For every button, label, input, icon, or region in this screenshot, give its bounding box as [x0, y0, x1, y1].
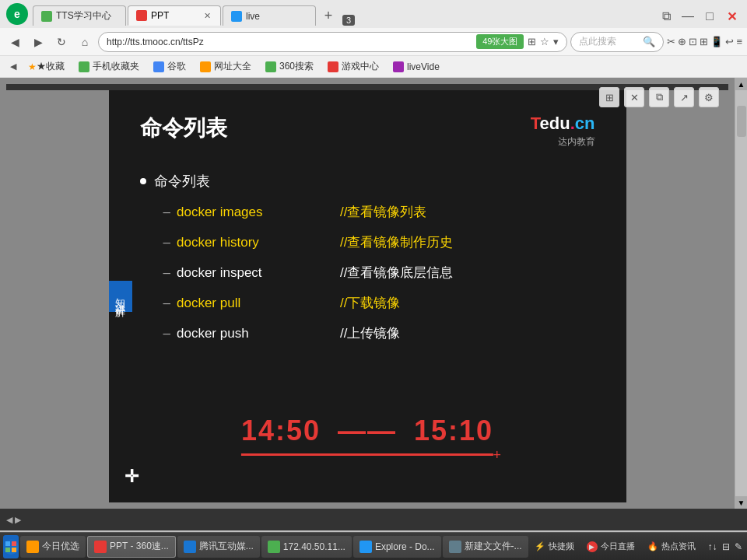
tab-tts-icon	[41, 11, 52, 22]
share-icon[interactable]: ⊞	[528, 36, 536, 47]
forward-button[interactable]: ▶	[28, 32, 48, 52]
tab-live-label: live	[246, 11, 260, 22]
comment-history: //查看镜像制作历史	[340, 233, 453, 251]
tencent-taskbar-icon	[184, 541, 196, 553]
tab-ppt-close[interactable]: ✕	[202, 11, 212, 21]
pen-tray-icon[interactable]: ✎	[735, 541, 742, 552]
main-slide: 命令列表 Tedu.cn 达内教育 命令列表	[109, 90, 626, 502]
slide-ctrl-close[interactable]: ✕	[624, 87, 644, 107]
dash-5: –	[163, 326, 170, 341]
slide-ctrl-share[interactable]: ↗	[674, 87, 694, 107]
search-icon[interactable]: 🔍	[643, 36, 655, 47]
new-tab-button[interactable]: +	[317, 5, 339, 26]
bookmark-mobile-label: 手机收藏夹	[93, 60, 139, 73]
network-tray-icon[interactable]: ↑↓	[708, 541, 717, 552]
knowledge-tab[interactable]: 知识讲解	[109, 281, 132, 312]
down-arrow-addr[interactable]: ▾	[553, 36, 559, 47]
slide-ctrl-grid[interactable]: ⊞	[599, 87, 619, 107]
tab-count-badge: 3	[342, 15, 355, 26]
newfile-taskbar-icon	[449, 541, 461, 553]
plus-button[interactable]: ✛	[124, 467, 139, 487]
time-section: 14:50 —— 15:10 +	[241, 415, 493, 456]
ip-taskbar-icon	[268, 541, 280, 553]
undo-icon[interactable]: ↩	[725, 36, 734, 47]
bookmark-game[interactable]: 游戏中心	[321, 58, 385, 75]
cmd-inspect: docker inspect	[177, 265, 324, 281]
home-button[interactable]: ⌂	[75, 32, 95, 52]
taskbar-explore[interactable]: Explore - Do...	[353, 536, 441, 558]
game-bookmark-icon	[328, 61, 338, 72]
taskbar-newfile[interactable]: 新建文文件-...	[443, 536, 528, 558]
bookmark-game-label: 游戏中心	[342, 60, 379, 73]
taskbar-news[interactable]: 🔥 热点资讯	[643, 536, 700, 558]
scrollbar[interactable]: ▲ ▼	[735, 78, 747, 509]
browser-logo: e	[6, 3, 28, 25]
command-row-images: – docker images //查看镜像列表	[163, 203, 595, 221]
news-icon: 🔥	[647, 541, 658, 551]
time-dash: ——	[330, 415, 405, 446]
taskbar-today-choice[interactable]: 今日优选	[20, 536, 86, 558]
address-bar[interactable]: http://tts.tmooc.cn/ttsPz 49张大图 ⊞ ☆ ▾	[98, 32, 567, 52]
toolbar-icons: ✂ ⊕ ⊡ ⊞ 📱 ↩ ≡	[667, 36, 742, 47]
taskbar-tencent-label: 腾讯互动媒...	[199, 540, 254, 553]
taskbar-live[interactable]: ▶ 今日直播	[582, 536, 640, 558]
bookmark-google-label: 谷歌	[167, 60, 186, 73]
menu-icon[interactable]: ≡	[736, 36, 742, 47]
bookmark-favorites[interactable]: ★ ★收藏	[22, 58, 71, 75]
scissors-icon[interactable]: ✂	[667, 36, 675, 47]
slide-content: 命令列表 Tedu.cn 达内教育 命令列表	[109, 90, 626, 502]
scrollbar-thumb[interactable]	[737, 106, 746, 137]
address-text: http://tts.tmooc.cn/ttsPz	[107, 37, 476, 47]
big-pic-btn[interactable]: 49张大图	[476, 34, 524, 49]
refresh-button[interactable]: ↻	[51, 32, 72, 52]
taskbar-ip[interactable]: 172.40.50.11...	[261, 536, 352, 558]
sys-tray: ↑↓ ⊟ ✎ ⊞ ⌨	[703, 541, 747, 552]
tab-live[interactable]: live	[223, 5, 316, 26]
window-controls: ⧉ — □ ✕	[657, 7, 741, 26]
taskbar-today-label: 今日优选	[42, 540, 79, 553]
bookmark-360[interactable]: 360搜索	[259, 58, 320, 75]
apps-icon[interactable]: ⊞	[700, 36, 708, 47]
slide-ctrl-settings[interactable]: ⚙	[699, 87, 719, 107]
maximize-btn[interactable]: □	[700, 7, 719, 26]
scrollbar-down[interactable]: ▼	[735, 496, 747, 509]
bookmark-mobile[interactable]: 手机收藏夹	[72, 58, 146, 75]
bookmark-neturl[interactable]: 网址大全	[194, 58, 258, 75]
scrollbar-up[interactable]: ▲	[735, 78, 747, 90]
360-bookmark-icon	[265, 61, 276, 72]
logo-area: Tedu.cn 达内教育	[531, 114, 595, 149]
tab-tts[interactable]: TTS学习中心	[33, 5, 126, 26]
search-bar[interactable]: 点此搜索 🔍	[570, 32, 664, 52]
ppt-taskbar-icon	[94, 541, 107, 553]
start-button[interactable]	[3, 535, 19, 558]
slide-ctrl-restore[interactable]: ⧉	[649, 87, 669, 107]
star-addr-icon[interactable]: ☆	[540, 36, 549, 47]
translate-icon[interactable]: ⊡	[689, 36, 697, 47]
main-bullet: 命令列表	[140, 172, 595, 191]
bookmark-live-label: liveVide	[407, 61, 440, 72]
minimize-btn[interactable]: —	[679, 7, 697, 26]
tab-tts-label: TTS学习中心	[56, 9, 111, 23]
taskbar-tencent[interactable]: 腾讯互动媒...	[177, 536, 260, 558]
back-button[interactable]: ◀	[5, 32, 25, 52]
taskbar-ppt[interactable]: PPT - 360速...	[87, 536, 176, 558]
copy-icon[interactable]: ⊕	[678, 36, 686, 47]
slide-controls: ⊞ ✕ ⧉ ↗ ⚙	[599, 87, 719, 107]
phone-icon[interactable]: 📱	[710, 36, 723, 47]
nav-back-small[interactable]: ◀	[6, 57, 20, 77]
taskbar-quick-label: 快捷频	[549, 541, 574, 552]
bookmark-google[interactable]: 谷歌	[147, 58, 192, 75]
tab-ppt-icon	[136, 10, 147, 21]
restore-btn[interactable]: ⧉	[657, 7, 675, 26]
close-btn[interactable]: ✕	[722, 7, 741, 26]
cmd-history: docker history	[177, 235, 324, 250]
taskbar-quick[interactable]: ⚡ 快捷频	[530, 536, 579, 558]
bookmark-live[interactable]: liveVide	[387, 60, 446, 74]
explore-taskbar-icon	[359, 541, 372, 553]
browser-window: e TTS学习中心 PPT ✕ live + 3 ⧉	[0, 0, 747, 530]
logo-subtitle: 达内教育	[531, 135, 595, 149]
tab-ppt[interactable]: PPT ✕	[128, 5, 221, 26]
svg-rect-1	[12, 541, 16, 546]
status-bar: ◀ ▶	[0, 509, 747, 530]
minimize-tray-icon[interactable]: ⊟	[722, 541, 730, 552]
